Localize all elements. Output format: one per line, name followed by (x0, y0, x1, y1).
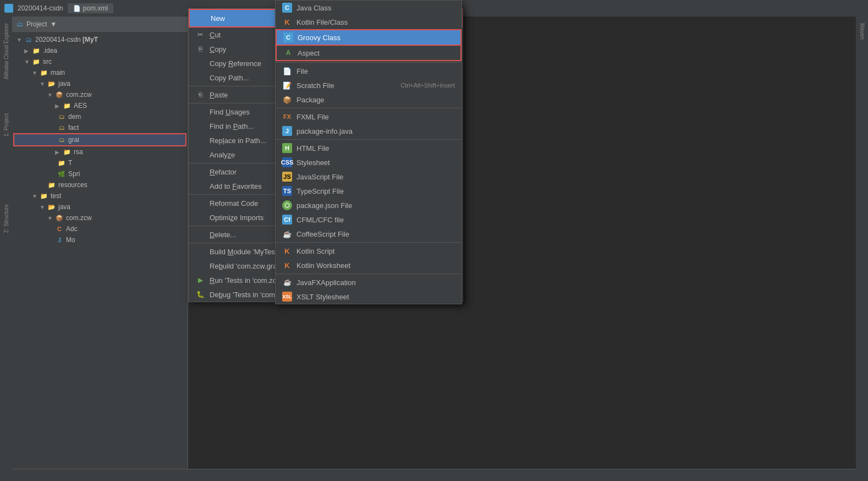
jsfile-label: JavaScript File (296, 173, 343, 181)
tree-label-dem: dem (68, 113, 81, 121)
right-sidebar-strip: Maven (856, 17, 868, 481)
fxml-label: FXML File (296, 113, 329, 121)
tree-item-grai[interactable]: 🗂 grai (13, 133, 186, 146)
panel-dropdown-arrow[interactable]: ▼ (50, 20, 57, 28)
fxml-icon: FX (282, 112, 292, 122)
refactor-icon (195, 167, 205, 177)
submenu-xslt[interactable]: XSL XSLT Stylesheet (276, 289, 462, 304)
submenu-aspect[interactable]: A Aspect (276, 46, 462, 61)
submenu-javaclass[interactable]: C Java Class (276, 1, 462, 15)
submenu-tsfile[interactable]: TS TypeScript File (276, 184, 462, 198)
analyze-label: Analyze (210, 151, 235, 159)
root-icon: 🗂 (24, 35, 33, 44)
tree-item-test[interactable]: ▼ 📁 test (12, 190, 188, 201)
test-java-folder-icon: 📂 (47, 203, 56, 211)
tree-item-java[interactable]: ▼ 📂 java (12, 78, 188, 89)
tree-item-spri[interactable]: 🌿 Spri (12, 168, 188, 179)
tree-item-resources[interactable]: 📁 resources (12, 179, 188, 190)
submenu-groovyclass[interactable]: C Groovy Class (276, 29, 462, 46)
submenu-sep5 (276, 274, 462, 274)
tree-item-aes[interactable]: ▶ 📁 AES (12, 100, 188, 111)
tree-item-com-zcw-test[interactable]: ▼ 📦 com.zcw (12, 212, 188, 223)
tree-item-mo[interactable]: J Mo (12, 234, 188, 245)
project-panel-title: Project (26, 20, 47, 28)
submenu-htmlfile[interactable]: H HTML File (276, 141, 462, 155)
rsa-folder-icon: 📁 (63, 147, 72, 156)
right-label[interactable]: Maven (859, 23, 865, 40)
submenu-file[interactable]: 📄 File (276, 64, 462, 78)
app-icon (4, 4, 13, 13)
submenu-package[interactable]: 📦 Package (276, 92, 462, 107)
tree-item-adc[interactable]: C Adc (12, 223, 188, 234)
tree-item-src[interactable]: ▼ 📁 src (12, 56, 188, 67)
tsfile-icon: TS (282, 186, 292, 196)
cfml-icon: Cf (282, 215, 292, 225)
submenu-pkginfo[interactable]: J package-info.java (276, 124, 462, 138)
tree-item-com-zcw[interactable]: ▼ 📦 com.zcw (12, 89, 188, 100)
submenu-kotlinfile[interactable]: K Kotlin File/Class (276, 15, 462, 29)
submenu-kotlinscript[interactable]: K Kotlin Script (276, 244, 462, 258)
submenu-javafx[interactable]: ☕ JavaFXApplication (276, 275, 462, 289)
file-tab[interactable]: 📄 pom.xml (68, 3, 113, 13)
tree-label-t: T (68, 159, 72, 167)
replaceinpath-icon (195, 135, 205, 145)
coffeescript-icon: ☕ (282, 229, 292, 239)
kotlinscript-label: Kotlin Script (296, 247, 334, 255)
project-label[interactable]: 1: Project (3, 113, 9, 136)
rebuild-label: Rebuild 'com.zcw.grails' (210, 262, 285, 270)
java-folder-icon: 📂 (47, 79, 56, 88)
kotlinfile-icon: K (282, 17, 292, 27)
submenu-jsfile[interactable]: JS JavaScript File (276, 170, 462, 184)
refactor-label: Refactor (210, 168, 237, 176)
buildmodule-label: Build Module 'MyTest' (210, 248, 278, 256)
submenu-fxml[interactable]: FX FXML File (276, 110, 462, 124)
tree-arrow-root: ▼ (17, 37, 24, 43)
javafx-icon: ☕ (282, 277, 292, 287)
submenu-new: C Java Class K Kotlin File/Class C Groov… (275, 0, 462, 304)
tree-item-test-java[interactable]: ▼ 📂 java (12, 201, 188, 212)
pkginfo-label: package-info.java (296, 127, 353, 135)
t-folder-icon: 📁 (57, 158, 66, 167)
package-icon: 📦 (282, 95, 292, 105)
submenu-pkgjson[interactable]: ⬡ package.json File (276, 198, 462, 212)
copypath-label: Copy Path... (210, 74, 249, 82)
project-panel: 🗂 Project ▼ ▼ 🗂 20200414-csdn [MyT ▶ 📁 .… (12, 17, 188, 481)
tree-label-resources: resources (58, 181, 87, 189)
submenu-kotlinws[interactable]: K Kotlin Worksheet (276, 258, 462, 272)
submenu-cfml[interactable]: Cf CFML/CFC file (276, 212, 462, 227)
stylesheet-icon: CSS (282, 157, 292, 167)
submenu-stylesheet[interactable]: CSS Stylesheet (276, 155, 462, 170)
tree-label-com-zcw-test: com.zcw (66, 214, 92, 222)
tree-item-main[interactable]: ▼ 📁 main (12, 67, 188, 78)
tree-item-root[interactable]: ▼ 🗂 20200414-csdn [MyT (12, 34, 188, 45)
aspect-icon: A (283, 48, 293, 58)
tree-arrow-aes: ▶ (55, 103, 63, 109)
groovyclass-icon: C (283, 32, 293, 42)
findusages-icon (195, 107, 205, 117)
tree-item-dem[interactable]: 🗂 dem (12, 111, 188, 122)
tree-item-rsa[interactable]: ▶ 📁 rsa (12, 146, 188, 157)
tree-item-idea[interactable]: ▶ 📁 .idea (12, 45, 188, 56)
dem-icon: 🗂 (57, 112, 66, 121)
jsfile-icon: JS (282, 172, 292, 182)
submenu-scratchfile[interactable]: 📝 Scratch File Ctrl+Alt+Shift+Insert (276, 78, 462, 92)
tree-arrow-test-java: ▼ (40, 204, 47, 210)
tree-item-t[interactable]: 📁 T (12, 157, 188, 168)
javaclass-icon: C (282, 3, 292, 13)
javaclass-label: Java Class (296, 4, 332, 12)
tree-arrow-main: ▼ (32, 70, 40, 76)
submenu-coffeescript[interactable]: ☕ CoffeeScript File (276, 227, 462, 241)
delete-label: Delete... (210, 231, 236, 239)
reformat-label: Reformat Code (210, 199, 258, 207)
reformat-icon (195, 198, 205, 208)
tree-label-grai: grai (68, 136, 79, 144)
tree-arrow-com-zcw: ▼ (47, 92, 55, 98)
tree-label-root: 20200414-csdn [MyT (35, 36, 98, 43)
alibaba-cloud-label[interactable]: Alibaba Cloud Explorer (3, 23, 9, 79)
submenu-sep3 (276, 139, 462, 140)
structure-label[interactable]: Z: Structure (3, 204, 9, 233)
tree-item-fact[interactable]: 🗂 fact (12, 122, 188, 133)
tree-label-mo: Mo (66, 236, 75, 244)
addtofav-icon (195, 181, 205, 191)
copy-icon: ⎘ (195, 44, 205, 54)
